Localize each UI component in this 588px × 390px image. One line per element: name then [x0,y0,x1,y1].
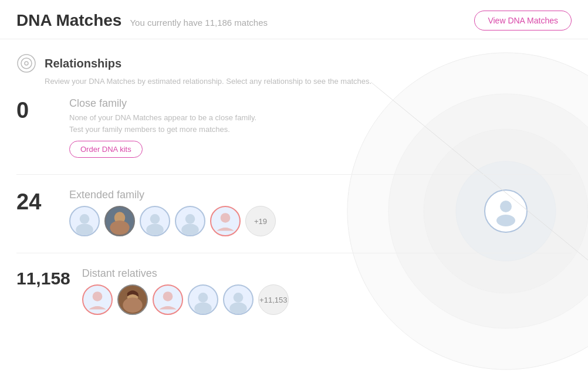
section-title: Relationships [45,57,121,70]
distant-relatives-group: 11,158 Distant relatives [16,267,572,315]
divider-1 [16,174,572,175]
close-family-count: 0 [16,97,58,123]
svg-point-25 [181,224,199,235]
divider-2 [16,253,572,253]
extended-family-name: Extended family [69,189,572,201]
avatar-extended-2[interactable] [104,206,135,236]
relationships-icon [16,53,36,73]
match-count-text: You currently have 11,186 matches [130,18,268,28]
distant-relatives-details: Distant relatives [82,267,572,315]
header-left: DNA Matches You currently have 11,186 ma… [16,11,268,30]
svg-point-22 [150,214,160,224]
main-content: Relationships Review your DNA Matches by… [0,39,588,345]
close-family-description: None of your DNA Matches appear to be a … [69,112,292,135]
svg-point-31 [163,291,173,301]
distant-relatives-more[interactable]: +11,153 [258,284,289,315]
avatar-extended-5[interactable] [210,206,241,236]
avatar-extended-4[interactable] [175,206,205,236]
svg-point-14 [25,62,28,65]
svg-point-24 [185,214,195,224]
section-description: Review your DNA Matches by estimated rel… [45,77,572,86]
svg-point-35 [229,303,247,314]
svg-point-15 [80,214,90,224]
close-family-group: 0 Close family None of your DNA Matches … [16,97,572,158]
close-family-details: Close family None of your DNA Matches ap… [69,97,572,158]
view-dna-matches-button[interactable]: View DNA Matches [474,11,572,30]
svg-point-12 [18,55,35,72]
distant-relatives-name: Distant relatives [82,267,572,280]
extended-family-more[interactable]: +19 [245,206,276,236]
svg-point-32 [198,293,208,303]
svg-point-21 [110,221,129,235]
avatar-distant-5[interactable] [223,284,254,315]
relationships-section-header: Relationships [16,53,572,73]
svg-point-33 [194,303,212,314]
svg-point-30 [123,297,142,313]
distant-relatives-avatars: +11,153 [82,284,572,315]
distant-relatives-count: 11,158 [16,267,70,288]
svg-point-23 [146,224,164,235]
avatar-distant-2[interactable] [117,284,148,315]
svg-point-16 [76,224,93,235]
avatar-distant-1[interactable] [82,284,113,315]
extended-family-count: 24 [16,189,58,215]
order-dna-kits-button[interactable]: Order DNA kits [69,141,143,158]
extended-family-details: Extended family [69,189,572,236]
page-title: DNA Matches [16,11,121,30]
svg-point-27 [92,291,102,301]
avatar-extended-1[interactable] [69,206,100,236]
extended-family-group: 24 Extended family [16,189,572,236]
avatar-extended-3[interactable] [140,206,170,236]
extended-family-avatars: +19 [69,206,572,236]
svg-point-13 [21,58,32,69]
avatar-distant-3[interactable] [153,284,183,315]
page-header: DNA Matches You currently have 11,186 ma… [0,0,588,39]
svg-point-26 [221,213,231,223]
svg-point-34 [233,293,243,303]
avatar-distant-4[interactable] [188,284,218,315]
close-family-name: Close family [69,97,572,110]
